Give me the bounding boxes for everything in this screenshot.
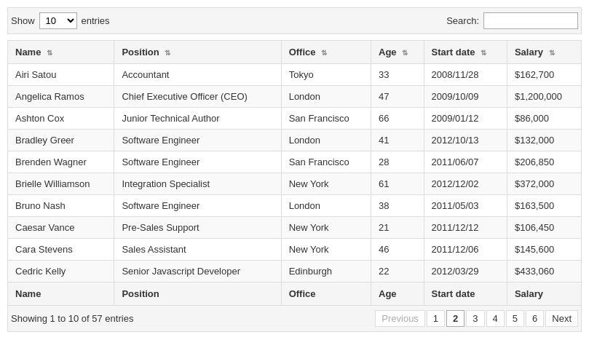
pagination-page-1[interactable]: 1 [427, 310, 445, 327]
col-header-position[interactable]: Position ⇅ [114, 41, 281, 64]
cell-name: Ashton Cox [8, 108, 114, 130]
cell-position: Pre-Sales Support [114, 217, 281, 239]
cell-name: Angelica Ramos [8, 86, 114, 108]
cell-age: 61 [371, 173, 424, 195]
cell-start_date: 2012/03/29 [424, 261, 507, 282]
cell-position: Software Engineer [114, 130, 281, 151]
pagination-next[interactable]: Next [545, 310, 578, 327]
cell-salary: $132,000 [507, 130, 581, 151]
cell-name: Brielle Williamson [8, 173, 114, 195]
cell-name: Bruno Nash [8, 195, 114, 217]
col-footer-start-date: Start date [424, 282, 507, 306]
cell-start_date: 2009/10/09 [424, 86, 507, 108]
cell-office: London [281, 86, 371, 108]
cell-office: Edinburgh [281, 261, 371, 282]
entries-label: entries [82, 15, 110, 26]
cell-office: San Francisco [281, 151, 371, 173]
cell-name: Airi Satou [8, 64, 114, 86]
pagination: Previous 1 2 3 4 5 6 Next [375, 310, 578, 327]
table-row: Brenden WagnerSoftware EngineerSan Franc… [8, 151, 582, 173]
sort-arrow-start-date: ⇅ [481, 49, 486, 57]
table-row: Cara StevensSales AssistantNew York46201… [8, 239, 582, 261]
col-footer-salary: Salary [507, 282, 581, 306]
cell-position: Software Engineer [114, 151, 281, 173]
table-row: Brielle WilliamsonIntegration Specialist… [8, 173, 582, 195]
cell-office: New York [281, 239, 371, 261]
footer-row: Name Position Office Age Start date Sala… [8, 282, 582, 306]
cell-position: Chief Executive Officer (CEO) [114, 86, 281, 108]
cell-start_date: 2011/06/07 [424, 151, 507, 173]
pagination-previous[interactable]: Previous [375, 310, 425, 327]
cell-salary: $145,600 [507, 239, 581, 261]
cell-start_date: 2011/05/03 [424, 195, 507, 217]
cell-position: Integration Specialist [114, 173, 281, 195]
datatable-bottom: Showing 1 to 10 of 57 entries Previous 1… [7, 306, 582, 332]
cell-salary: $1,200,000 [507, 86, 581, 108]
pagination-page-2[interactable]: 2 [446, 310, 465, 327]
cell-age: 41 [371, 130, 424, 151]
col-header-start-date[interactable]: Start date ⇅ [424, 41, 507, 64]
sort-arrow-office: ⇅ [321, 49, 327, 57]
cell-position: Senior Javascript Developer [114, 261, 281, 282]
cell-office: New York [281, 173, 371, 195]
cell-start_date: 2011/12/06 [424, 239, 507, 261]
col-header-name[interactable]: Name ⇅ [8, 41, 114, 64]
cell-salary: $433,060 [507, 261, 581, 282]
col-footer-name: Name [8, 282, 114, 306]
search-input[interactable] [483, 12, 578, 29]
cell-salary: $86,000 [507, 108, 581, 130]
col-footer-office: Office [281, 282, 371, 306]
col-header-age[interactable]: Age ⇅ [371, 41, 424, 64]
pagination-page-6[interactable]: 6 [526, 310, 544, 327]
table-body: Airi SatouAccountantTokyo332008/11/28$16… [8, 64, 582, 282]
cell-salary: $163,500 [507, 195, 581, 217]
cell-name: Caesar Vance [8, 217, 114, 239]
sort-arrow-age: ⇅ [402, 49, 408, 57]
cell-office: San Francisco [281, 108, 371, 130]
cell-start_date: 2011/12/12 [424, 217, 507, 239]
col-header-office[interactable]: Office ⇅ [281, 41, 371, 64]
pagination-page-5[interactable]: 5 [506, 310, 524, 327]
cell-start_date: 2012/10/13 [424, 130, 507, 151]
datatable-top: Show 10 25 50 100 entries Search: [7, 7, 582, 34]
cell-salary: $162,700 [507, 64, 581, 86]
cell-salary: $372,000 [507, 173, 581, 195]
cell-office: New York [281, 217, 371, 239]
table-row: Caesar VancePre-Sales SupportNew York212… [8, 217, 582, 239]
cell-position: Software Engineer [114, 195, 281, 217]
table-row: Bruno NashSoftware EngineerLondon382011/… [8, 195, 582, 217]
cell-start_date: 2009/01/12 [424, 108, 507, 130]
col-header-salary[interactable]: Salary ⇅ [507, 41, 581, 64]
cell-start_date: 2012/12/02 [424, 173, 507, 195]
cell-position: Sales Assistant [114, 239, 281, 261]
cell-name: Brenden Wagner [8, 151, 114, 173]
pagination-page-4[interactable]: 4 [486, 310, 505, 327]
cell-name: Cedric Kelly [8, 261, 114, 282]
col-footer-age: Age [371, 282, 424, 306]
table-row: Ashton CoxJunior Technical AuthorSan Fra… [8, 108, 582, 130]
cell-office: Tokyo [281, 64, 371, 86]
cell-salary: $206,850 [507, 151, 581, 173]
cell-start_date: 2008/11/28 [424, 64, 507, 86]
cell-age: 46 [371, 239, 424, 261]
col-footer-position: Position [114, 282, 281, 306]
table-row: Airi SatouAccountantTokyo332008/11/28$16… [8, 64, 582, 86]
show-label: Show [11, 15, 35, 26]
cell-salary: $106,450 [507, 217, 581, 239]
cell-age: 66 [371, 108, 424, 130]
sort-arrow-salary: ⇅ [549, 49, 555, 57]
show-entries-select[interactable]: 10 25 50 100 [39, 12, 77, 29]
cell-name: Cara Stevens [8, 239, 114, 261]
show-entries: Show 10 25 50 100 entries [11, 12, 110, 29]
datatable-info: Showing 1 to 10 of 57 entries [11, 313, 133, 324]
cell-age: 28 [371, 151, 424, 173]
cell-position: Junior Technical Author [114, 108, 281, 130]
search-label: Search: [446, 15, 479, 26]
table-row: Bradley GreerSoftware EngineerLondon4120… [8, 130, 582, 151]
pagination-page-3[interactable]: 3 [466, 310, 484, 327]
search-box: Search: [446, 12, 578, 29]
cell-age: 47 [371, 86, 424, 108]
cell-office: London [281, 195, 371, 217]
table-row: Angelica RamosChief Executive Officer (C… [8, 86, 582, 108]
sort-arrow-name: ⇅ [47, 49, 52, 57]
